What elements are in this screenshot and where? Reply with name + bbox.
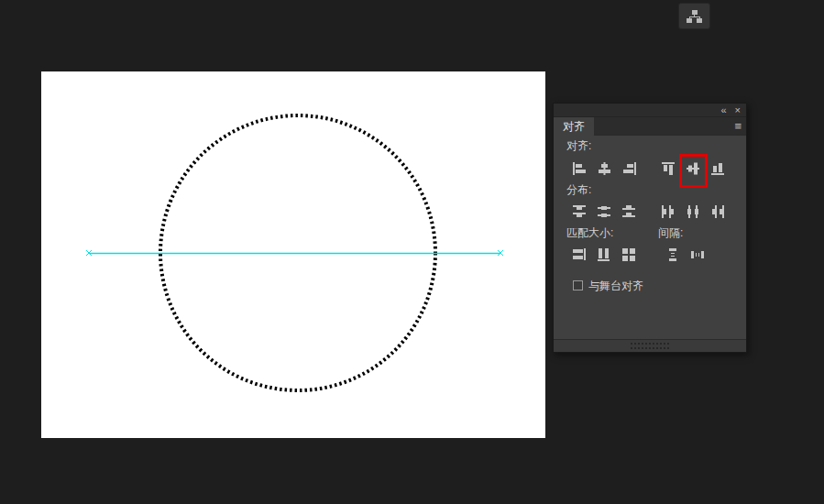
- distribute-right-edge-icon: [710, 204, 726, 219]
- panel-titlebar: « ×: [554, 104, 746, 117]
- align-section-label: 对齐:: [566, 139, 591, 152]
- panel-tab-row: 对齐 ≡: [554, 117, 746, 136]
- space-evenly-horizontally-button[interactable]: [687, 246, 709, 263]
- align-bottom-edge-button[interactable]: [708, 159, 729, 177]
- space-evenly-vertically-icon: [665, 247, 681, 262]
- align-top-edge-button[interactable]: [658, 159, 679, 177]
- align-top-edge-icon: [661, 161, 676, 176]
- match-height-icon: [597, 247, 612, 262]
- distribute-horizontal-center-button[interactable]: [683, 203, 704, 220]
- stage-drawing: [41, 71, 545, 438]
- align-bottom-edge-icon: [710, 161, 726, 176]
- space-evenly-horizontally-icon: [690, 247, 706, 262]
- distribute-horizontal-center-icon: [686, 204, 701, 219]
- match-width-icon: [572, 247, 588, 262]
- match-width-button[interactable]: [569, 246, 590, 263]
- distribute-bottom-edge-icon: [621, 204, 637, 219]
- align-horizontal-center-button[interactable]: [594, 159, 615, 177]
- align-left-edge-icon: [572, 161, 588, 176]
- match-size-section-label: 匹配大小:: [566, 226, 613, 239]
- align-vertical-center-button[interactable]: [683, 159, 704, 177]
- distribute-section-label: 分布:: [566, 183, 591, 196]
- panel-menu-icon[interactable]: ≡: [734, 119, 742, 134]
- resize-grip[interactable]: [631, 343, 669, 349]
- align-to-stage-label: 与舞台对齐: [588, 279, 643, 294]
- align-right-edge-icon: [621, 161, 637, 176]
- distribute-bottom-edge-button[interactable]: [619, 203, 640, 220]
- distribute-right-edge-button[interactable]: [708, 203, 729, 220]
- space-evenly-vertically-button[interactable]: [663, 246, 684, 263]
- panel-footer: [554, 339, 746, 352]
- align-left-edge-button[interactable]: [569, 159, 590, 177]
- match-width-and-height-icon: [621, 247, 637, 262]
- tab-align[interactable]: 对齐: [554, 117, 594, 136]
- distribute-vertical-center-button[interactable]: [594, 203, 615, 220]
- distribute-top-edge-button[interactable]: [569, 203, 590, 220]
- match-width-and-height-button[interactable]: [619, 246, 640, 263]
- align-vertical-center-icon: [686, 161, 701, 176]
- align-horizontal-center-icon: [597, 161, 612, 176]
- align-to-stage-checkbox[interactable]: [573, 280, 583, 290]
- align-right-edge-button[interactable]: [619, 159, 640, 177]
- match-height-button[interactable]: [594, 246, 615, 263]
- space-section-label: 间隔:: [658, 226, 683, 239]
- collapsed-align-panel-button[interactable]: [678, 3, 710, 29]
- distribute-left-edge-button[interactable]: [658, 203, 679, 220]
- align-panel-icon: [686, 9, 704, 24]
- application-background: « × 对齐 ≡ 对齐:: [0, 0, 824, 504]
- collapse-to-icons-icon[interactable]: «: [720, 104, 726, 117]
- stage-canvas[interactable]: [41, 71, 545, 438]
- distribute-vertical-center-icon: [597, 204, 612, 219]
- align-panel: « × 对齐 ≡ 对齐:: [553, 103, 747, 353]
- distribute-left-edge-icon: [661, 204, 676, 219]
- close-icon[interactable]: ×: [735, 104, 741, 117]
- distribute-top-edge-icon: [572, 204, 588, 219]
